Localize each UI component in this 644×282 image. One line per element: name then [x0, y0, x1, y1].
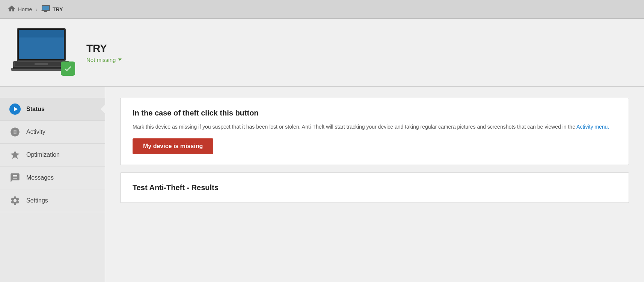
optimization-icon	[9, 149, 21, 161]
svg-rect-2	[41, 10, 50, 11]
play-icon	[9, 104, 21, 115]
activity-menu-link[interactable]: Activity menu.	[576, 124, 609, 130]
svg-rect-7	[19, 30, 64, 38]
status-icon	[9, 103, 21, 115]
device-info: TRY Not missing	[86, 42, 122, 63]
messages-icon	[9, 172, 21, 184]
settings-icon	[9, 195, 21, 207]
sidebar-item-settings[interactable]: Settings	[0, 189, 105, 212]
sidebar-label-status: Status	[26, 106, 45, 112]
my-device-missing-button[interactable]: My device is missing	[133, 138, 213, 154]
current-nav: TRY	[41, 5, 63, 14]
home-label: Home	[18, 6, 32, 12]
laptop-nav-icon	[41, 5, 50, 14]
checkmark-icon	[64, 64, 72, 73]
device-image-wrapper	[11, 26, 75, 79]
theft-card-title: In the case of theft click this button	[133, 109, 617, 117]
sidebar-label-optimization: Optimization	[26, 152, 60, 158]
device-header: TRY Not missing	[0, 19, 644, 87]
sidebar-label-settings: Settings	[26, 197, 48, 204]
activity-icon	[9, 126, 21, 138]
home-icon	[8, 4, 16, 14]
svg-rect-3	[44, 11, 47, 12]
top-nav: Home › TRY	[0, 0, 644, 19]
device-status-dropdown[interactable]: Not missing	[86, 57, 122, 63]
status-dropdown-arrow	[118, 58, 122, 61]
sidebar-label-messages: Messages	[26, 174, 54, 181]
sidebar-label-activity: Activity	[26, 129, 45, 135]
nav-separator: ›	[36, 6, 38, 12]
home-nav-link[interactable]: Home	[8, 4, 32, 14]
sidebar: Status Activity Optimization	[0, 87, 105, 282]
current-nav-label: TRY	[53, 6, 63, 12]
main-layout: Status Activity Optimization	[0, 87, 644, 282]
sidebar-item-status[interactable]: Status	[0, 98, 105, 121]
svg-rect-1	[42, 6, 49, 10]
sidebar-item-messages[interactable]: Messages	[0, 166, 105, 189]
theft-card: In the case of theft click this button M…	[120, 98, 629, 165]
results-card-title: Test Anti-Theft - Results	[133, 183, 617, 192]
device-status-label: Not missing	[86, 57, 116, 63]
content-area: In the case of theft click this button M…	[105, 87, 644, 282]
device-status-badge	[61, 62, 75, 76]
results-card: Test Anti-Theft - Results	[120, 172, 629, 203]
svg-rect-10	[35, 63, 48, 65]
sidebar-item-optimization[interactable]: Optimization	[0, 144, 105, 166]
device-name: TRY	[86, 42, 122, 54]
sidebar-item-activity[interactable]: Activity	[0, 121, 105, 144]
theft-card-description: Mark this device as missing if you suspe…	[133, 123, 617, 131]
theft-card-desc-text: Mark this device as missing if you suspe…	[133, 124, 575, 130]
